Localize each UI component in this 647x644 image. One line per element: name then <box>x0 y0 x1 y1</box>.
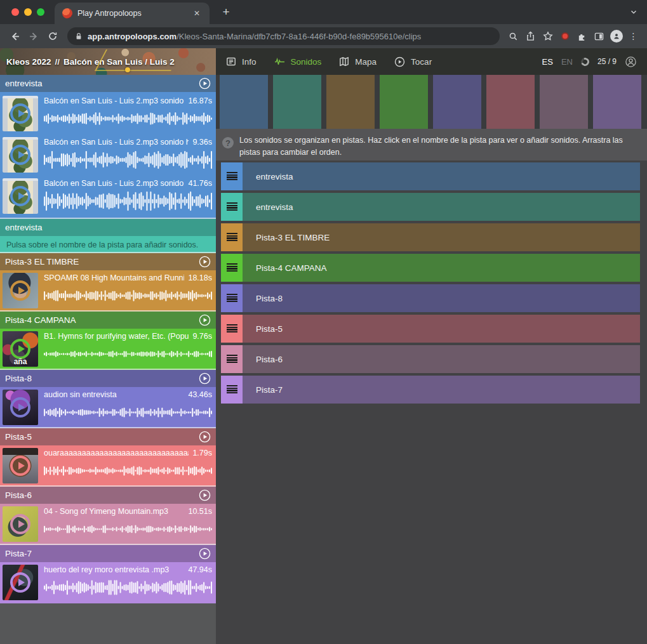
audio-clip[interactable]: Balcón en San Luis - Luis 2.mp3 sonido h… <box>0 93 216 135</box>
clip-play-icon[interactable] <box>10 572 30 593</box>
track-row[interactable]: Pista-7 <box>221 376 640 404</box>
track-color-square[interactable] <box>326 75 375 129</box>
track-color-square[interactable] <box>273 75 321 129</box>
reload-icon[interactable] <box>43 27 62 46</box>
track-row[interactable]: Pista-8 <box>221 284 640 312</box>
clip-thumbnail[interactable] <box>3 137 38 173</box>
audio-clip[interactable]: Balcón en San Luis - Luis 2.mp3 sonido h… <box>0 135 216 176</box>
drag-handle[interactable] <box>221 254 243 282</box>
clip-thumbnail[interactable] <box>3 506 38 542</box>
track-header[interactable]: Pista-8 <box>0 370 216 387</box>
track-section: entrevista Pulsa sobre el nombre de la p… <box>0 219 216 253</box>
track-play-button[interactable] <box>199 431 211 443</box>
zoom-window-button[interactable] <box>37 8 44 16</box>
track-header[interactable]: Pista-5 <box>0 428 216 445</box>
track-header[interactable]: entrevista <box>0 219 216 236</box>
track-header[interactable]: Pista-7 <box>0 545 216 562</box>
audio-clip[interactable]: aña B1. Hymns for purifying water, Etc. … <box>0 329 216 370</box>
audio-clip[interactable]: ouaraaaaaaaaaaaaaaaaaaaaaaaaaaaaaaaaaaa.… <box>0 445 216 487</box>
track-color-square[interactable] <box>433 75 481 129</box>
drag-handle[interactable] <box>221 223 243 251</box>
track-play-button[interactable] <box>199 256 211 268</box>
clip-play-icon[interactable] <box>10 339 30 359</box>
help-icon[interactable]: ? <box>222 137 234 148</box>
clip-play-icon[interactable] <box>10 280 30 301</box>
track-color-square[interactable] <box>380 75 428 129</box>
nav-mapa[interactable]: Mapa <box>339 56 377 67</box>
tab-search-chevron-icon[interactable] <box>629 8 638 16</box>
record-indicator-icon[interactable] <box>556 27 573 45</box>
back-icon[interactable] <box>5 27 24 46</box>
clip-play-icon[interactable] <box>10 103 30 124</box>
lang-en-button[interactable]: EN <box>561 57 573 67</box>
minimize-window-button[interactable] <box>24 8 32 16</box>
track-row[interactable]: Pista-3 EL TIMBRE <box>221 223 640 251</box>
account-icon[interactable] <box>625 56 637 68</box>
track-play-button[interactable] <box>199 548 211 560</box>
clip-thumbnail[interactable]: aña <box>3 331 38 367</box>
clip-play-icon[interactable] <box>10 397 30 417</box>
drag-handle[interactable] <box>221 345 243 373</box>
window-controls <box>0 8 55 16</box>
track-color-square[interactable] <box>593 75 641 129</box>
breadcrumb-project[interactable]: Kleos 2022 <box>6 57 51 67</box>
track-header[interactable]: Pista-4 CAMPANA <box>0 312 216 329</box>
track-color-square[interactable] <box>540 75 588 129</box>
track-color-square[interactable] <box>220 75 268 129</box>
track-play-button[interactable] <box>199 77 211 89</box>
track-header[interactable]: Pista-6 <box>0 487 216 504</box>
track-row[interactable]: Pista-4 CAMPANA <box>221 254 640 282</box>
clip-play-icon[interactable] <box>10 514 30 534</box>
breadcrumb[interactable]: Kleos 2022 // Balcón en San Luis / Luis … <box>0 48 216 75</box>
clip-thumbnail[interactable] <box>3 390 38 425</box>
extensions-puzzle-icon[interactable] <box>573 27 590 45</box>
track-color-square[interactable] <box>486 75 535 129</box>
track-row[interactable]: Pista-5 <box>221 315 640 343</box>
share-icon[interactable] <box>522 27 539 45</box>
nav-info[interactable]: Info <box>226 56 257 67</box>
track-row[interactable]: entrevista <box>221 162 640 190</box>
clip-thumbnail[interactable] <box>3 178 38 214</box>
browser-tab[interactable]: Play Antropoloops ✕ <box>55 3 210 24</box>
drag-handle[interactable] <box>221 315 243 343</box>
tab-close-icon[interactable]: ✕ <box>192 9 202 18</box>
clip-thumbnail[interactable] <box>3 448 38 483</box>
clip-play-icon[interactable] <box>10 456 30 476</box>
clip-thumbnail[interactable] <box>3 96 38 131</box>
drag-handle[interactable] <box>221 193 243 221</box>
track-header[interactable]: Pista-3 EL TIMBRE <box>0 253 216 270</box>
close-window-button[interactable] <box>11 8 19 16</box>
track-row[interactable]: entrevista <box>221 193 640 221</box>
audio-clip[interactable]: SPOAMR 08 High Mountains and Running ...… <box>0 270 216 312</box>
profile-avatar[interactable] <box>608 27 625 45</box>
track-play-button[interactable] <box>199 489 211 501</box>
new-tab-button[interactable]: + <box>218 5 234 19</box>
track-play-button[interactable] <box>199 372 211 384</box>
zoom-page-icon[interactable] <box>505 27 522 45</box>
audio-clip[interactable]: Balcón en San Luis - Luis 2.mp3 sonido h… <box>0 176 216 217</box>
clip-thumbnail[interactable] <box>3 565 38 600</box>
browser-menu-icon[interactable]: ⋮ <box>625 27 642 45</box>
nav-sonidos[interactable]: Sonidos <box>274 57 322 67</box>
forward-icon[interactable] <box>24 27 43 46</box>
track-header[interactable]: entrevista <box>0 75 216 92</box>
drag-handle[interactable] <box>221 284 243 312</box>
audio-clip[interactable]: 04 - Song of Yimeng Mountain.mp3 10.51s <box>0 504 216 545</box>
side-panel-icon[interactable] <box>590 27 608 45</box>
track-row[interactable]: Pista-6 <box>221 345 640 373</box>
nav-tocar[interactable]: Tocar <box>394 56 432 67</box>
track-play-button[interactable] <box>199 314 211 326</box>
lock-icon[interactable] <box>75 32 83 41</box>
bookmark-star-icon[interactable] <box>539 27 556 45</box>
clip-thumbnail[interactable] <box>3 273 38 308</box>
address-bar[interactable]: app.antropoloops.com/Kleos-Santa-Marina/… <box>67 27 500 45</box>
clip-play-icon[interactable] <box>10 186 30 206</box>
audio-clip[interactable]: huerto del rey moro entrevista .mp3 47.9… <box>0 562 216 603</box>
audio-clip[interactable]: audion sin entrevista 43.46s <box>0 387 216 428</box>
drag-handle[interactable] <box>221 376 243 404</box>
waveform <box>44 147 212 173</box>
drag-handle-icon <box>227 233 237 242</box>
clip-play-icon[interactable] <box>10 145 30 165</box>
lang-es-button[interactable]: ES <box>542 57 553 67</box>
drag-handle[interactable] <box>221 162 243 190</box>
